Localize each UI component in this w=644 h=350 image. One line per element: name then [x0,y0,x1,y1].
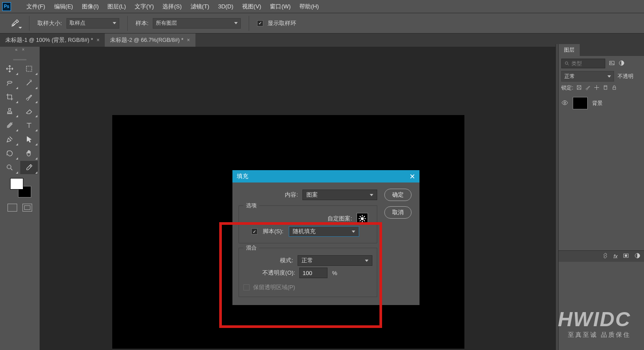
filter-image-icon[interactable] [609,60,615,67]
opacity-unit: % [332,270,337,276]
options-group-title: 选项 [243,202,259,209]
svg-point-1 [7,165,11,169]
script-checkbox[interactable]: ✓ [251,228,258,235]
separator [29,16,29,31]
sample-label: 样本: [136,19,149,27]
layer-name[interactable]: 背景 [592,100,603,107]
collapse-icon[interactable]: « [15,47,18,52]
fill-dialog: 填充 ✕ 内容: 图案 选项 自定图案: ✓ [232,170,420,305]
mask-icon[interactable] [623,253,629,260]
screen-mode-icon[interactable] [22,204,32,212]
zoom-tool-icon[interactable] [1,161,18,174]
visibility-eye-icon[interactable] [561,99,568,108]
close-icon[interactable]: × [187,37,190,43]
eraser-tool-icon[interactable] [20,104,38,118]
dialog-close-icon[interactable]: ✕ [409,172,415,181]
menu-help[interactable]: 帮助(H) [295,3,323,11]
mix-group-title: 混合 [243,244,259,252]
menu-edit[interactable]: 编辑(E) [50,3,77,11]
sample-size-label: 取样大小: [37,19,62,27]
menu-image[interactable]: 图像(I) [77,3,103,11]
move-tool-icon[interactable] [1,62,18,75]
svg-point-11 [625,255,627,257]
document-tab-1[interactable]: 未标题-1 @ 100% (背景, RGB/8#) *× [0,34,105,47]
svg-rect-0 [26,66,32,71]
cancel-button[interactable]: 取消 [384,206,412,219]
dialog-titlebar[interactable]: 填充 ✕ [232,170,420,182]
sample-size-select[interactable]: 取样点 [66,18,119,29]
menu-type[interactable]: 文字(Y) [130,3,158,11]
magic-wand-tool-icon[interactable] [20,76,38,89]
gradient-tool-icon[interactable] [1,119,18,132]
eyedropper-tool-icon[interactable] [20,161,38,174]
blend-mode-select[interactable]: 正常 [561,71,614,82]
layers-tab[interactable]: 图层 [559,44,580,56]
lock-position-icon[interactable] [594,85,600,92]
lock-pixels-icon[interactable] [576,85,582,92]
menu-select[interactable]: 选择(S) [158,3,186,11]
svg-rect-7 [604,86,607,89]
show-ring-checkbox[interactable]: ✓ [257,20,263,26]
menu-view[interactable]: 视图(V) [238,3,265,11]
eyedropper-tool-icon[interactable] [9,17,21,30]
lasso-tool-icon[interactable] [1,76,18,89]
layer-thumbnail[interactable] [573,97,588,109]
watermark: HWIDC 至真至诚 品质保住 [558,307,631,339]
layer-filter-search[interactable]: 类型 [561,59,605,68]
quick-mask-icon[interactable] [7,204,17,212]
pen-tool-icon[interactable] [1,133,18,146]
filter-adjust-icon[interactable] [618,60,625,67]
menu-layer[interactable]: 图层(L) [103,3,130,11]
close-icon[interactable]: × [22,47,25,52]
menu-window[interactable]: 窗口(W) [265,3,295,11]
hand-tool-icon[interactable] [20,147,38,160]
svg-point-9 [564,102,566,104]
lock-brush-icon[interactable] [585,85,591,92]
menu-bar: Ps 文件(F) 编辑(E) 图像(I) 图层(L) 文字(Y) 选择(S) 滤… [0,0,644,13]
menu-file[interactable]: 文件(F) [22,3,50,11]
panels: 图层 类型 正常 不透明 锁定: 背景 [558,44,644,350]
mix-group: 混合 模式: 正常 不透明度(O): 100 % 保留透明区域(P) [239,248,377,297]
fx-icon[interactable]: fx [614,253,618,260]
lock-label: 锁定: [561,84,573,92]
opacity-label: 不透明度(O): [262,269,295,277]
shape-tool-icon[interactable] [1,147,18,160]
brush-tool-icon[interactable] [20,90,38,104]
document-tab-2[interactable]: 未标题-2 @ 66.7%(RGB/8#) *× [105,34,195,47]
layers-panel-footer: fx [559,250,644,262]
mode-select[interactable]: 正常 [298,255,372,266]
content-select[interactable]: 图案 [302,190,377,200]
close-icon[interactable]: × [96,37,99,43]
link-icon[interactable] [602,253,608,260]
layer-row[interactable]: 背景 [561,95,641,111]
sample-select[interactable]: 所有图层 [153,18,241,29]
svg-point-2 [565,62,568,64]
custom-pattern-label: 自定图案: [328,215,352,223]
script-select[interactable]: 随机填充 [289,226,359,237]
script-label: 脚本(S): [263,227,283,235]
lock-all-icon[interactable] [611,85,617,92]
color-swatches[interactable] [7,177,33,200]
svg-point-13 [361,217,364,220]
menu-3d[interactable]: 3D(D) [213,3,238,10]
crop-tool-icon[interactable] [1,90,18,104]
mode-label: 模式: [280,257,293,264]
opacity-input[interactable]: 100 [299,268,328,278]
show-ring-label: 显示取样环 [268,19,296,27]
pattern-preview[interactable] [357,213,368,224]
separator [127,16,128,31]
separator [249,16,249,31]
marquee-tool-icon[interactable] [20,62,38,75]
preserve-transparency-checkbox: 保留透明区域(P) [243,283,372,291]
menu-filter[interactable]: 滤镜(T) [186,3,214,11]
grip-icon[interactable] [0,57,40,62]
adjustment-icon[interactable] [634,253,640,260]
foreground-swatch[interactable] [10,178,23,190]
toolbox [0,55,40,216]
stamp-tool-icon[interactable] [1,104,18,118]
type-tool-icon[interactable] [20,119,38,132]
path-select-tool-icon[interactable] [20,133,38,146]
ok-button[interactable]: 确定 [384,189,412,201]
lock-artboard-icon[interactable] [603,85,608,92]
document-tabs: 未标题-1 @ 100% (背景, RGB/8#) *× 未标题-2 @ 66.… [0,34,644,47]
